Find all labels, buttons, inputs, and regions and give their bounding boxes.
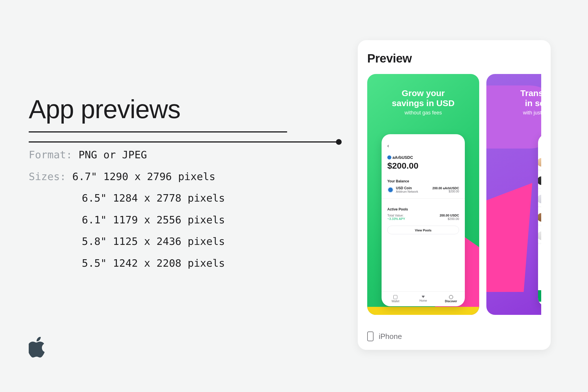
tab-discover[interactable]: Discover [437,292,465,306]
sizes-row-4: 5.5" 1242 x 2208 pixels [29,252,287,274]
screenshots-row: Grow your savings in USD without gas fee… [367,74,541,315]
sizes-row-2: 6.1" 1179 x 2556 pixels [29,209,287,231]
contact-row[interactable]: Irina NoriegaHappy Holidays! 🎁 [538,192,541,206]
preview-card: Preview Grow your savings in USD without… [358,40,551,350]
page-title: App previews [29,95,287,132]
format-label: Format: [29,149,72,161]
pools-label: Active Pools [387,207,459,211]
sizes-row-0: Sizes: 6.7" 1290 x 2796 pixels [29,166,287,188]
size-value-2: 6.1" 1179 x 2556 pixels [82,214,225,226]
preview-heading: Preview [367,52,541,65]
home-icon [421,296,425,298]
preview-footer: iPhone [367,331,402,341]
view-pools-button[interactable]: View Pools [387,226,459,234]
avatar [538,176,541,185]
size-value-3: 5.8" 1125 x 2436 pixels [82,235,225,247]
avatar [538,231,541,240]
tab-wallet[interactable]: Wallet [382,292,409,306]
avatar [538,213,541,222]
connector-line [29,141,339,143]
apy-value: ~3.33% APY [387,217,405,221]
phone-mock-2: ‹ Send $120.10 available Musa AbaraFood … [538,134,541,306]
size-value-1: 6.5" 1284 x 2778 pixels [82,192,225,204]
usdc-icon [387,155,391,159]
sizes-label: Sizes: [29,171,66,182]
format-row: Format: PNG or JPEG [29,144,287,166]
balance-amount: $200.00 [387,161,459,171]
contact-row[interactable]: Omar NuñezGroceries [538,229,541,243]
wallet-icon [393,295,397,299]
tab-home[interactable]: Home [409,292,437,306]
contact-row[interactable]: Marco ArguelloDinner 🍕 [538,210,541,225]
phone-mock-1: ‹ aArbUSDC $200.00 Your Balance USD Coin… [382,134,465,306]
pools-row: Total Value: ~3.33% APY 200.00 USDC $200… [387,214,459,221]
sizes-row-3: 5.8" 1125 x 2436 pixels [29,231,287,252]
coin-icon [387,187,394,193]
review-button[interactable]: Review [538,290,541,302]
spec-panel: App previews Format: PNG or JPEG Sizes: … [29,95,287,274]
screenshot-2: Transfer m in secon with just a phone ‹ … [486,74,541,315]
apple-logo-icon [29,337,46,358]
sizes-row-1: 6.5" 1284 x 2778 pixels [29,187,287,209]
tab-bar: Wallet Home Discover [382,291,465,306]
contact-row[interactable]: Bruna SilvaInvoice [538,173,541,188]
format-value: PNG or JPEG [78,149,147,161]
token-symbol: aArbUSDC [387,155,459,160]
avatar [538,195,541,203]
specs-block: Format: PNG or JPEG Sizes: 6.7" 1290 x 2… [29,144,287,274]
screenshot-1: Grow your savings in USD without gas fee… [367,74,479,315]
balance-row: USD Coin Arbitrum Network 200.00 aArbUSD… [387,186,459,193]
screenshot-2-headline: Transfer m in secon with just a phone [486,74,541,116]
discover-icon [449,295,453,299]
avatar [538,158,541,167]
back-icon[interactable]: ‹ [387,143,459,149]
size-value-0: 6.7" 1290 x 2796 pixels [72,171,216,182]
contact-row[interactable]: Musa AbaraFood 😋 [538,155,541,169]
screenshot-1-headline: Grow your savings in USD without gas fee… [367,74,479,116]
iphone-icon [367,331,374,341]
balance-label: Your Balance [387,179,459,183]
device-label: iPhone [379,332,402,341]
size-value-4: 5.5" 1242 x 2208 pixels [82,257,225,269]
